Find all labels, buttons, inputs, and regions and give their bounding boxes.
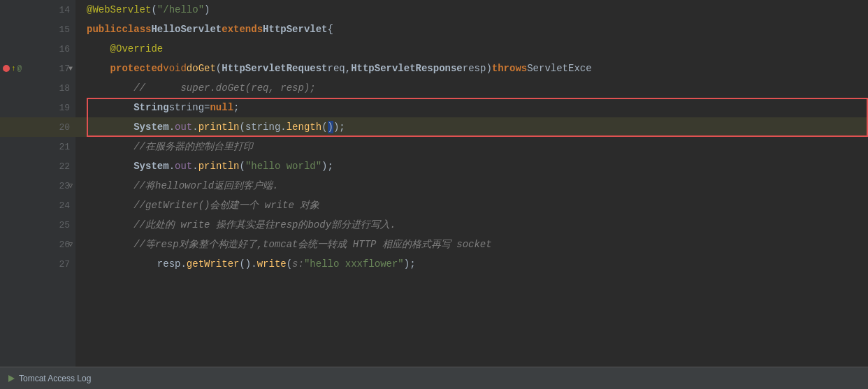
token: ( (151, 4, 157, 15)
token: ( (321, 122, 327, 133)
token: ); (404, 258, 416, 270)
breakpoint-icon[interactable] (3, 65, 10, 72)
editor-container: 14 15 16 ↑ @ 17 ▼ 18 (0, 0, 868, 389)
token: . (180, 258, 186, 270)
token: ( (216, 63, 222, 74)
line-number: 25 (59, 220, 70, 230)
gutter-row-22: 22 (0, 156, 75, 176)
gutter-row-27: 27 (0, 254, 75, 274)
token: ( (287, 258, 292, 270)
token (87, 258, 157, 270)
fold-marker-26[interactable]: ▽ (68, 240, 73, 249)
token: string (245, 122, 280, 133)
at-icon: @ (17, 64, 22, 73)
code-line-27: resp.getWriter().write( s: "hello xxxflo… (75, 254, 868, 274)
token: "/hello" (157, 4, 204, 15)
token: write (257, 258, 287, 270)
fold-marker-17[interactable]: ▼ (68, 65, 73, 73)
code-area: 14 15 16 ↑ @ 17 ▼ 18 (0, 0, 868, 367)
token: resp (463, 63, 486, 74)
token: ServletExce (527, 63, 591, 74)
gutter-row-16: 16 (0, 39, 75, 59)
token: //将helloworld返回到客户端. (133, 179, 278, 192)
token: //等resp对象整个构造好了,tomcat会统一转成 HTTP 相应的格式再写… (133, 238, 491, 251)
token: . (192, 161, 198, 172)
code-line-26: //等resp对象整个构造好了,tomcat会统一转成 HTTP 相应的格式再写… (75, 235, 868, 254)
token: @Override (110, 43, 164, 54)
token: public (87, 24, 122, 35)
code-line-17: protected void doGet(HttpServletRequest … (75, 59, 868, 78)
gutter-row-14: 14 (0, 0, 75, 20)
code-content[interactable]: @WebServlet("/hello") public class Hello… (75, 0, 868, 367)
line-number: 15 (59, 24, 70, 35)
token: ( (239, 161, 245, 172)
code-line-19: String string =null; (75, 98, 868, 117)
token: System (133, 161, 168, 172)
token: extends (222, 24, 263, 35)
code-line-25: //此处的 write 操作其实是往resp的body部分进行写入. (75, 215, 868, 235)
token: HttpServletResponse (351, 63, 463, 74)
token: println (198, 161, 240, 172)
token (87, 43, 110, 54)
bottom-bar: Tomcat Access Log (0, 367, 868, 389)
token: protected (110, 63, 164, 74)
token: @WebServlet (87, 4, 151, 15)
gutter-row-15: 15 (0, 20, 75, 39)
token (87, 141, 133, 152)
token: { (328, 24, 333, 35)
token (87, 122, 133, 133)
token: , (345, 63, 351, 74)
code-line-20: System.out.println(string.length()); (75, 117, 868, 137)
token-bracket: ) (328, 121, 333, 133)
token: (). (239, 258, 256, 270)
line-number: 20 (59, 122, 70, 133)
token: null (210, 102, 233, 113)
token: = (204, 102, 210, 113)
tomcat-log-item[interactable]: Tomcat Access Log (8, 374, 91, 383)
token: HelloServlet (151, 24, 222, 35)
token: . (169, 161, 175, 172)
token: . (280, 122, 286, 133)
code-line-14: @WebServlet("/hello") (75, 0, 868, 20)
gutter-row-24: 24 (0, 196, 75, 215)
token (87, 102, 133, 113)
token: length (287, 122, 321, 133)
line-number: 22 (59, 161, 70, 172)
token: ; (233, 102, 239, 113)
token: HttpServletRequest (222, 63, 327, 74)
token (87, 219, 133, 230)
token: class (122, 24, 151, 35)
token (87, 82, 133, 94)
gutter-row-26: 26 ▽ (0, 235, 75, 254)
token: doGet (187, 63, 216, 74)
token: "hello xxxflower" (304, 258, 404, 270)
line-number: 14 (59, 5, 70, 15)
token: //此处的 write 操作其实是往resp的body部分进行写入. (133, 219, 396, 231)
token: getWriter (187, 258, 240, 270)
line-number: 19 (59, 103, 70, 113)
token: println (198, 122, 240, 133)
gutter-row-25: 25 (0, 215, 75, 235)
token (87, 239, 133, 250)
token: HttpServlet (263, 24, 327, 35)
token: ); (333, 122, 345, 133)
gutter-row-18: 18 (0, 78, 75, 98)
gutter-row-20: 20 (0, 117, 75, 137)
token (87, 63, 110, 74)
token: void (163, 63, 187, 74)
token: ); (321, 161, 333, 172)
fold-marker-23[interactable]: ▽ (68, 182, 73, 190)
token: . (192, 122, 198, 133)
gutter-row-21: 21 (0, 137, 75, 156)
token: ) (204, 4, 210, 15)
play-icon (8, 375, 15, 382)
line-number: 27 (59, 259, 70, 270)
token: ) (486, 63, 491, 74)
token: string (169, 102, 204, 113)
token (87, 180, 133, 191)
gutter-icons-17: ↑ @ (3, 64, 22, 73)
code-line-23: //将helloworld返回到客户端. (75, 176, 868, 196)
code-line-16: @Override (75, 39, 868, 59)
token: System (133, 122, 168, 133)
token: . (169, 122, 175, 133)
